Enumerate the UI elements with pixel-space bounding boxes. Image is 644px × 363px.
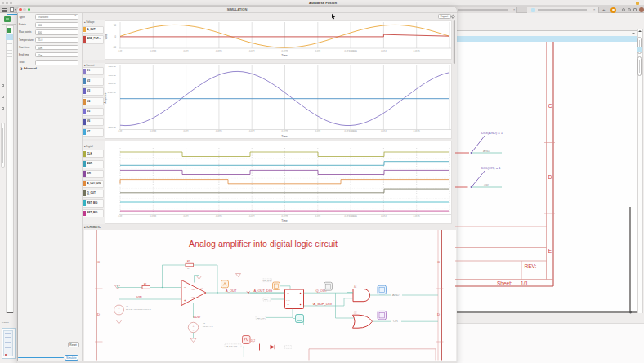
svg-text:REV:: REV:: [525, 263, 537, 269]
svg-text:E: E: [548, 248, 552, 253]
svg-text:D: D: [548, 174, 552, 180]
svg-text:Sheet:: Sheet:: [497, 280, 512, 286]
svg-text:DIG(OR) = 1: DIG(OR) = 1: [481, 166, 501, 170]
svg-text:1/1: 1/1: [521, 280, 528, 286]
svg-text:DIG(AND) = 1: DIG(AND) = 1: [481, 131, 503, 135]
svg-text:OR: OR: [484, 183, 489, 187]
svg-text:AND: AND: [483, 149, 490, 153]
svg-text:C: C: [548, 103, 552, 109]
